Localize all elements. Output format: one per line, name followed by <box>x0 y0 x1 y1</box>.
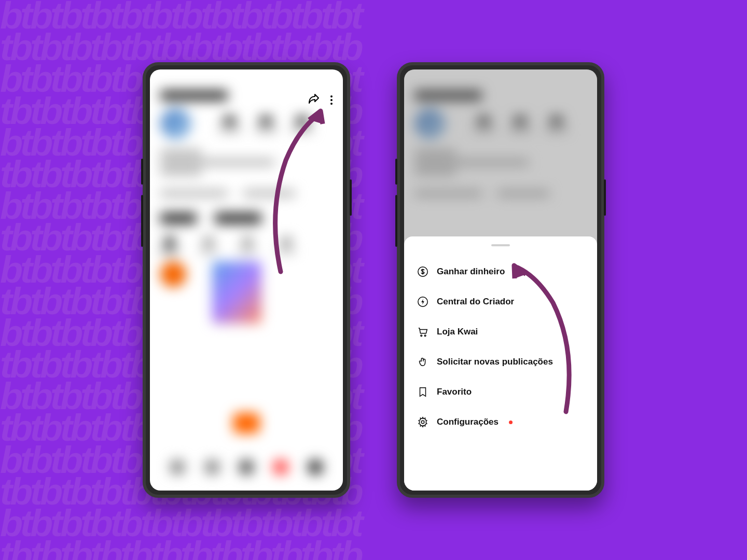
dollar-icon <box>417 266 428 277</box>
menu-label: Central do Criador <box>437 297 514 307</box>
svg-point-4 <box>421 421 424 424</box>
more-options-icon[interactable] <box>330 95 333 105</box>
cart-icon <box>417 326 428 338</box>
dim-overlay[interactable] <box>404 69 597 246</box>
gear-icon <box>417 416 428 428</box>
phone-screen-2: Ganhar dinheiro Central do Criador <box>404 69 597 491</box>
hand-icon <box>417 356 428 368</box>
menu-item-request-posts[interactable]: Solicitar novas publicações <box>417 347 584 377</box>
bookmark-icon <box>417 386 428 398</box>
menu-item-kwai-store[interactable]: Loja Kwai <box>417 317 584 347</box>
phone-mockup-1 <box>143 62 350 498</box>
bottom-sheet: Ganhar dinheiro Central do Criador <box>404 236 597 491</box>
menu-label: Solicitar novas publicações <box>437 357 553 367</box>
blurred-profile-content <box>150 69 343 491</box>
notification-dot <box>509 421 513 424</box>
menu-item-favorite[interactable]: Favorito <box>417 377 584 407</box>
phone-screen-1 <box>150 69 343 491</box>
menu-item-settings[interactable]: Configurações <box>417 407 584 437</box>
svg-point-2 <box>421 335 422 337</box>
menu-label: Configurações <box>437 417 499 427</box>
svg-point-3 <box>424 335 426 337</box>
phone-mockup-2: Ganhar dinheiro Central do Criador <box>397 62 604 498</box>
menu-label: Loja Kwai <box>437 327 478 337</box>
menu-label: Favorito <box>437 387 472 397</box>
menu-item-earn-money[interactable]: Ganhar dinheiro <box>417 257 584 287</box>
menu-label: Ganhar dinheiro <box>437 267 505 277</box>
bolt-icon <box>417 296 428 307</box>
menu-item-creator-center[interactable]: Central do Criador <box>417 287 584 317</box>
share-icon[interactable] <box>308 93 320 107</box>
drag-handle[interactable] <box>491 244 510 246</box>
